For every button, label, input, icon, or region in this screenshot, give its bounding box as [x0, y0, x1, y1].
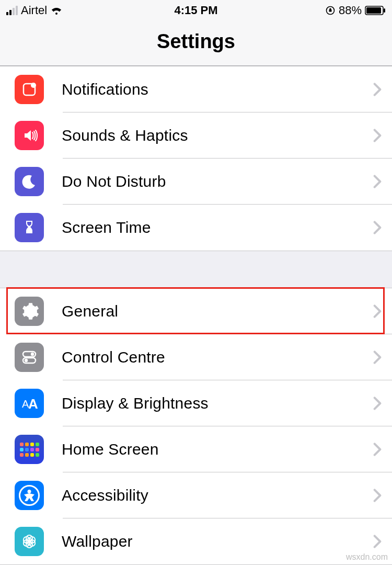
chevron-right-icon: [373, 488, 382, 503]
home-screen-icon: [15, 435, 44, 464]
battery-icon: [365, 6, 386, 15]
settings-row-wallpaper[interactable]: Wallpaper: [0, 518, 392, 564]
sounds-icon: [15, 121, 44, 150]
signal-strength-icon: [6, 6, 18, 15]
carrier-label: Airtel: [21, 4, 47, 17]
chevron-right-icon: [373, 82, 382, 97]
settings-header: Settings: [0, 21, 392, 66]
accessibility-icon: [15, 481, 44, 510]
svg-rect-3: [384, 8, 385, 13]
settings-row-dnd[interactable]: Do Not Disturb: [0, 159, 392, 205]
status-left: Airtel: [6, 4, 63, 17]
row-label: Screen Time: [62, 219, 373, 236]
row-label: General: [62, 302, 373, 320]
chevron-right-icon: [373, 534, 382, 549]
screentime-icon: [15, 213, 44, 242]
chevron-right-icon: [373, 174, 382, 189]
settings-row-sounds[interactable]: Sounds & Haptics: [0, 112, 392, 159]
status-time: 4:15 PM: [174, 4, 217, 17]
settings-row-home-screen[interactable]: Home Screen: [0, 426, 392, 472]
settings-row-notifications[interactable]: Notifications: [0, 66, 392, 112]
row-label: Accessibility: [62, 487, 373, 504]
row-label: Sounds & Haptics: [62, 127, 373, 144]
chevron-right-icon: [373, 442, 382, 457]
svg-point-5: [31, 83, 36, 88]
section-gap: [0, 251, 392, 288]
watermark: wsxdn.com: [346, 552, 388, 562]
control-centre-icon: [15, 343, 44, 372]
settings-section-1: Notifications Sounds & Haptics Do Not Di…: [0, 66, 392, 251]
svg-text:A: A: [28, 396, 38, 412]
battery-percentage: 88%: [339, 4, 362, 17]
settings-section-2: General Control Centre AA Display & Brig…: [0, 288, 392, 565]
dnd-icon: [15, 167, 44, 196]
settings-row-accessibility[interactable]: Accessibility: [0, 472, 392, 518]
gear-icon: [15, 297, 44, 326]
row-label: Control Centre: [62, 348, 373, 366]
notifications-icon: [15, 75, 44, 104]
row-label: Display & Brightness: [62, 394, 373, 412]
chevron-right-icon: [373, 128, 382, 143]
wallpaper-icon: [15, 527, 44, 556]
settings-row-display[interactable]: AA Display & Brightness: [0, 380, 392, 426]
status-right: 88%: [325, 4, 386, 17]
row-label: Notifications: [62, 81, 373, 98]
page-title: Settings: [0, 30, 392, 53]
row-label: Home Screen: [62, 440, 373, 458]
settings-row-control-centre[interactable]: Control Centre: [0, 334, 392, 380]
display-brightness-icon: AA: [15, 389, 44, 418]
row-label: Wallpaper: [62, 533, 373, 550]
settings-row-general[interactable]: General: [0, 288, 392, 334]
rotation-lock-icon: [325, 5, 336, 16]
settings-row-screentime[interactable]: Screen Time: [0, 205, 392, 251]
status-bar: Airtel 4:15 PM 88%: [0, 0, 392, 21]
chevron-right-icon: [373, 304, 382, 319]
svg-rect-2: [366, 7, 381, 14]
chevron-right-icon: [373, 220, 382, 235]
row-label: Do Not Disturb: [62, 173, 373, 190]
chevron-right-icon: [373, 350, 382, 365]
wifi-icon: [50, 4, 63, 17]
svg-point-7: [31, 353, 34, 356]
chevron-right-icon: [373, 396, 382, 411]
svg-point-9: [25, 359, 28, 362]
